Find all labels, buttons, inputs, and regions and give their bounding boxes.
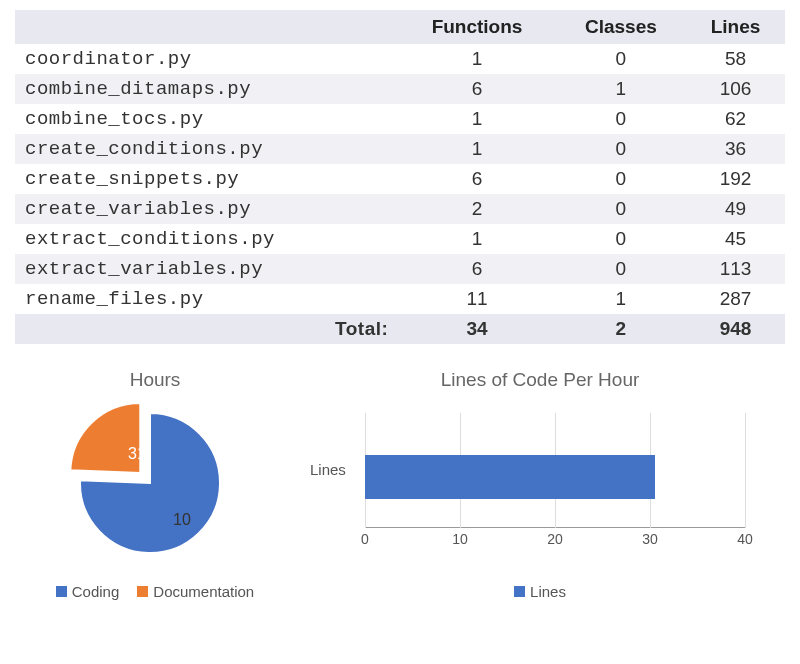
total-cell: 2 bbox=[556, 314, 686, 344]
cell-file: combine_ditamaps.py bbox=[15, 74, 398, 104]
tick-label: 30 bbox=[642, 531, 658, 547]
cell-classes: 1 bbox=[556, 74, 686, 104]
cell-classes: 0 bbox=[556, 194, 686, 224]
bar bbox=[365, 455, 655, 499]
cell-classes: 0 bbox=[556, 254, 686, 284]
cell-lines: 106 bbox=[686, 74, 785, 104]
legend-item-documentation: Documentation bbox=[137, 581, 254, 600]
cell-lines: 49 bbox=[686, 194, 785, 224]
table-row: extract_variables.py60113 bbox=[15, 254, 785, 284]
table-header-row: Functions Classes Lines bbox=[15, 10, 785, 44]
cell-lines: 58 bbox=[686, 44, 785, 74]
swatch-icon bbox=[514, 586, 525, 597]
cell-functions: 6 bbox=[398, 164, 555, 194]
table-row: combine_ditamaps.py61106 bbox=[15, 74, 785, 104]
legend-item-coding: Coding bbox=[56, 581, 120, 600]
cell-functions: 6 bbox=[398, 254, 555, 284]
table-total-row: Total:342948 bbox=[15, 314, 785, 344]
cell-functions: 1 bbox=[398, 134, 555, 164]
pie-title: Hours bbox=[130, 369, 181, 391]
pie-chart-panel: Hours 31 10 Coding Documentation bbox=[20, 369, 290, 600]
tick-label: 10 bbox=[452, 531, 468, 547]
col-file bbox=[15, 10, 398, 44]
swatch-icon bbox=[56, 586, 67, 597]
col-functions: Functions bbox=[398, 10, 555, 44]
cell-classes: 0 bbox=[556, 164, 686, 194]
cell-lines: 45 bbox=[686, 224, 785, 254]
bar-y-label: Lines bbox=[310, 461, 346, 478]
col-lines: Lines bbox=[686, 10, 785, 44]
cell-classes: 1 bbox=[556, 284, 686, 314]
cell-classes: 0 bbox=[556, 224, 686, 254]
pie-slice-label-documentation: 10 bbox=[173, 511, 191, 529]
tick-label: 40 bbox=[737, 531, 753, 547]
cell-functions: 2 bbox=[398, 194, 555, 224]
cell-functions: 1 bbox=[398, 44, 555, 74]
total-cell: 948 bbox=[686, 314, 785, 344]
bar-plot-area bbox=[365, 413, 745, 528]
bar-title: Lines of Code Per Hour bbox=[441, 369, 640, 391]
cell-lines: 192 bbox=[686, 164, 785, 194]
table-row: coordinator.py1058 bbox=[15, 44, 785, 74]
cell-functions: 1 bbox=[398, 224, 555, 254]
col-classes: Classes bbox=[556, 10, 686, 44]
bar-chart: Lines 010203040 bbox=[310, 403, 770, 573]
charts-row: Hours 31 10 Coding Documentation Lines o… bbox=[15, 369, 785, 600]
pie-chart: 31 10 bbox=[55, 403, 255, 573]
cell-lines: 113 bbox=[686, 254, 785, 284]
cell-classes: 0 bbox=[556, 134, 686, 164]
cell-functions: 6 bbox=[398, 74, 555, 104]
cell-file: extract_conditions.py bbox=[15, 224, 398, 254]
tick-label: 20 bbox=[547, 531, 563, 547]
table-row: combine_tocs.py1062 bbox=[15, 104, 785, 134]
bar-chart-panel: Lines of Code Per Hour Lines 010203040 L… bbox=[300, 369, 780, 600]
cell-classes: 0 bbox=[556, 104, 686, 134]
table-row: create_variables.py2049 bbox=[15, 194, 785, 224]
cell-classes: 0 bbox=[556, 44, 686, 74]
swatch-icon bbox=[137, 586, 148, 597]
cell-file: create_conditions.py bbox=[15, 134, 398, 164]
table-row: extract_conditions.py1045 bbox=[15, 224, 785, 254]
cell-file: coordinator.py bbox=[15, 44, 398, 74]
pie-slice-label-coding: 31 bbox=[128, 445, 146, 463]
cell-file: create_snippets.py bbox=[15, 164, 398, 194]
total-label: Total: bbox=[15, 314, 398, 344]
cell-lines: 287 bbox=[686, 284, 785, 314]
cell-functions: 11 bbox=[398, 284, 555, 314]
cell-file: combine_tocs.py bbox=[15, 104, 398, 134]
cell-file: create_variables.py bbox=[15, 194, 398, 224]
cell-file: rename_files.py bbox=[15, 284, 398, 314]
pie-legend: Coding Documentation bbox=[56, 581, 254, 600]
gridline bbox=[745, 413, 746, 528]
total-cell: 34 bbox=[398, 314, 555, 344]
cell-file: extract_variables.py bbox=[15, 254, 398, 284]
legend-item-lines: Lines bbox=[514, 581, 566, 600]
table-row: create_snippets.py60192 bbox=[15, 164, 785, 194]
cell-functions: 1 bbox=[398, 104, 555, 134]
stats-table: Functions Classes Lines coordinator.py10… bbox=[15, 10, 785, 344]
table-row: create_conditions.py1036 bbox=[15, 134, 785, 164]
cell-lines: 36 bbox=[686, 134, 785, 164]
bar-legend: Lines bbox=[514, 581, 566, 600]
table-row: rename_files.py111287 bbox=[15, 284, 785, 314]
cell-lines: 62 bbox=[686, 104, 785, 134]
tick-label: 0 bbox=[361, 531, 369, 547]
